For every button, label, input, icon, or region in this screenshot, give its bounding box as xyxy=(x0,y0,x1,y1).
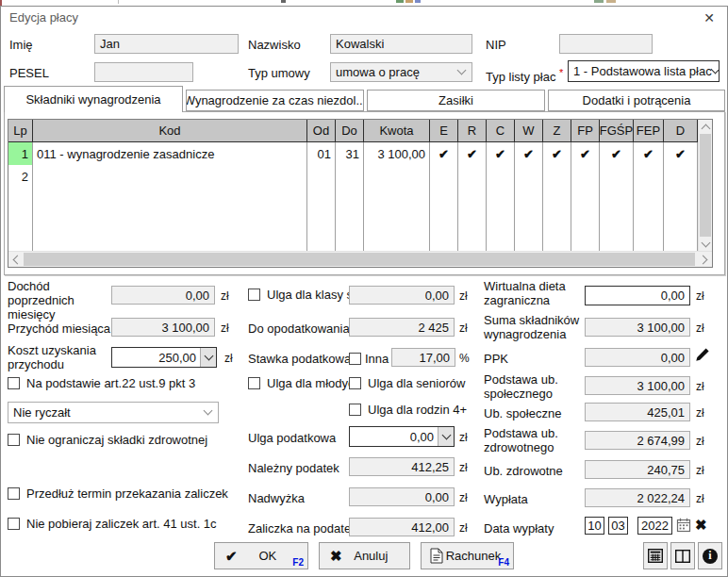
extend-advance-deadline-checkbox[interactable]: Przedłuż termin przekazania zaliczek xyxy=(8,486,228,501)
tax-advance-field: 412,00 xyxy=(349,518,455,536)
family4plus-relief-checkbox[interactable]: Ulga dla rodzin 4+ xyxy=(349,403,467,417)
check-icon[interactable]: ✔ xyxy=(543,142,571,165)
youth-relief-checkbox[interactable]: Ulga dla młodych xyxy=(248,376,361,390)
checkbox-box[interactable] xyxy=(8,487,20,500)
cancel-button[interactable]: ✖ Anuluj xyxy=(319,542,410,569)
checkbox-box[interactable] xyxy=(8,518,20,530)
grid-cell-kod[interactable] xyxy=(33,165,307,188)
currency-unit: zł xyxy=(459,521,468,535)
grid-header-kwota: Kwota xyxy=(364,120,430,142)
due-tax-label: Należny podatek xyxy=(248,461,339,475)
check-icon[interactable]: ✔ xyxy=(458,142,487,165)
other-rate-checkbox[interactable]: Inna xyxy=(349,352,389,366)
health-insurance-label: Ub. zdrowotne xyxy=(484,464,563,478)
grid-cell-lp[interactable]: 2 xyxy=(8,165,33,188)
grid-header-od: Od xyxy=(307,120,336,142)
payout-date-year-field[interactable]: 2022 xyxy=(637,517,672,535)
tab-wynagrodzenie-za-czas[interactable]: Wynagrodzenie za czas niezdol... xyxy=(186,90,364,111)
scrollbar-thumb[interactable] xyxy=(700,134,711,237)
invoice-button[interactable]: Rachunek F4 xyxy=(421,542,514,569)
grid-cell-kod[interactable]: 011 - wynagrodzenie zasadnicze xyxy=(33,142,307,165)
grid-cell-kwota[interactable]: 3 100,00 xyxy=(364,142,430,165)
pesel-field xyxy=(94,62,193,82)
last-name-label: Nazwisko xyxy=(248,38,301,52)
scroll-right-icon[interactable] xyxy=(697,252,712,267)
payout-label: Wypłata xyxy=(484,492,528,506)
currency-unit: zł xyxy=(696,435,704,448)
grid-header-z: Z xyxy=(543,120,571,142)
calculator-button[interactable] xyxy=(643,542,668,569)
no-advance-art41-checkbox[interactable]: Nie pobieraj zaliczek art. 41 ust. 1c xyxy=(8,517,217,531)
payout-date-day-field[interactable]: 10 xyxy=(585,517,604,535)
senior-relief-checkbox[interactable]: Ulga dla seniorów xyxy=(349,376,465,390)
tax-rate-label: Stawka podatkowa xyxy=(248,352,351,366)
check-icon[interactable]: ✔ xyxy=(487,142,515,165)
grid-header-c: C xyxy=(487,120,515,142)
payout-field: 2 022,24 xyxy=(585,488,690,507)
components-sum-label: Suma składników wynagrodzenia xyxy=(484,313,587,341)
grid-cell-od[interactable]: 01 xyxy=(307,142,336,165)
calculator-icon xyxy=(648,549,663,563)
ppk-label: PPK xyxy=(484,352,508,366)
art22-checkbox[interactable]: Na podstawie art.22 ust.9 pkt 3 xyxy=(8,376,195,390)
income-cost-combobox[interactable]: 250,00 xyxy=(111,347,217,368)
health-insurance-base-label: Podstawa ub. zdrowotnego xyxy=(484,426,587,454)
grid-cell-lp[interactable]: 1 xyxy=(8,142,33,165)
check-icon[interactable]: ✔ xyxy=(430,142,458,165)
grid-header-d: D xyxy=(664,120,698,142)
tax-relief-combobox[interactable]: 0,00 xyxy=(349,426,455,447)
surplus-field: 0,00 xyxy=(349,487,455,506)
ryczalt-combobox[interactable]: Nie ryczałt xyxy=(8,402,219,423)
edit-pay-dialog: Edycja płacy ✕ Imię Jan Nazwisko Kowalsk… xyxy=(0,6,728,577)
vertical-scrollbar[interactable] xyxy=(698,120,712,251)
currency-unit: zł xyxy=(696,406,704,420)
currency-unit: zł xyxy=(696,492,704,505)
social-insurance-field: 425,01 xyxy=(585,403,690,421)
chevron-down-icon[interactable] xyxy=(438,427,454,446)
check-icon[interactable]: ✔ xyxy=(634,142,664,165)
columns-button[interactable] xyxy=(670,542,695,569)
tab-skladniki-wynagrodzenia[interactable]: Składniki wynagrodzenia xyxy=(4,86,183,112)
scroll-up-icon[interactable] xyxy=(699,120,712,134)
checkbox-box[interactable] xyxy=(248,377,260,389)
payout-date-month-field[interactable]: 03 xyxy=(608,517,628,535)
currency-unit: zł xyxy=(696,380,704,393)
checkbox-box[interactable] xyxy=(349,404,361,416)
horizontal-scrollbar[interactable] xyxy=(8,251,712,267)
check-icon[interactable]: ✔ xyxy=(664,142,698,165)
chevron-down-icon[interactable] xyxy=(200,348,216,367)
prev-months-income-label: Dochód poprzednich miesięcy xyxy=(8,279,113,321)
grid-header-do: Do xyxy=(336,120,364,142)
checkbox-box[interactable] xyxy=(8,434,20,446)
checkbox-box[interactable] xyxy=(248,288,260,301)
clear-date-icon[interactable]: ✖ xyxy=(695,517,707,534)
scroll-down-icon[interactable] xyxy=(699,237,712,251)
grid-cell-do[interactable]: 31 xyxy=(336,142,364,165)
check-icon[interactable]: ✔ xyxy=(600,142,634,165)
tax-advance-label: Zaliczka na podatek xyxy=(248,521,357,536)
close-icon[interactable]: ✕ xyxy=(699,8,720,27)
currency-unit: zł xyxy=(224,352,233,365)
info-button[interactable]: i xyxy=(698,542,722,569)
calendar-icon[interactable] xyxy=(676,518,691,536)
cross-icon: ✖ xyxy=(330,548,342,565)
pencil-icon[interactable] xyxy=(695,347,710,365)
nip-label: NIP xyxy=(486,38,506,52)
health-contribution-checkbox[interactable]: Nie ograniczaj składki zdrowotnej xyxy=(8,433,207,447)
checkbox-box[interactable] xyxy=(8,377,20,389)
scroll-left-icon[interactable] xyxy=(8,252,24,267)
checkbox-box[interactable] xyxy=(349,353,361,365)
middle-class-relief-checkbox[interactable]: Ulga dla klasy śr. xyxy=(248,288,359,302)
ok-button[interactable]: ✔ OK F2 xyxy=(214,542,308,569)
scrollbar-thumb[interactable] xyxy=(24,253,695,266)
tab-dodatki-potracenia[interactable]: Dodatki i potrącenia xyxy=(548,90,725,111)
virtual-foreign-diet-label: Wirtualna dieta zagraniczna xyxy=(484,279,580,307)
pesel-label: PESEL xyxy=(9,66,49,80)
check-icon[interactable]: ✔ xyxy=(571,142,600,165)
check-icon[interactable]: ✔ xyxy=(515,142,543,165)
payroll-list-type-combobox[interactable]: 1 - Podstawowa lista płac xyxy=(568,60,720,82)
tab-zasilki[interactable]: Zasiłki xyxy=(367,90,545,111)
virtual-foreign-diet-field[interactable]: 0,00 xyxy=(585,286,690,305)
checkbox-box[interactable] xyxy=(349,377,361,389)
chevron-down-icon xyxy=(205,411,213,414)
